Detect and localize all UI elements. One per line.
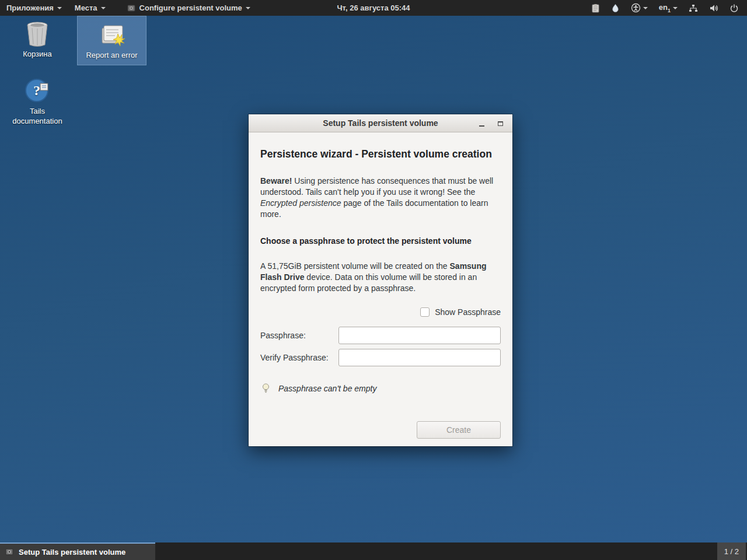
active-app-label: Configure persistent volume — [139, 4, 242, 12]
network-icon — [689, 4, 698, 13]
svg-text:?: ? — [33, 83, 40, 98]
maximize-button[interactable] — [495, 118, 505, 128]
verify-passphrase-label: Verify Passphrase: — [260, 353, 338, 362]
desktop-icon-report-error[interactable]: Report an error — [78, 16, 146, 65]
applications-menu[interactable]: Приложения — [0, 0, 68, 16]
choose-passphrase-heading: Choose a passphrase to protect the persi… — [260, 236, 501, 246]
applications-menu-label: Приложения — [6, 4, 54, 12]
verify-passphrase-row: Verify Passphrase: — [260, 349, 501, 366]
keyboard-layout-menu[interactable]: en1 — [655, 0, 681, 16]
active-app-menu[interactable]: Configure persistent volume — [120, 0, 257, 16]
taskbar-window-label: Setup Tails persistent volume — [19, 548, 125, 556]
desktop-icon-label: Tails documentation — [7, 106, 68, 126]
volume-paragraph: A 51,75GiB persistent volume will be cre… — [260, 261, 495, 294]
desktop-icon-trash[interactable]: Корзина — [8, 19, 67, 59]
minimize-icon — [479, 125, 484, 127]
chevron-down-icon — [246, 7, 250, 9]
verify-passphrase-input[interactable] — [338, 349, 501, 366]
chevron-down-icon — [57, 7, 62, 9]
wizard-heading: Persistence wizard - Persistent volume c… — [260, 148, 501, 160]
maximize-icon — [498, 121, 503, 126]
chevron-down-icon — [673, 7, 678, 9]
chevron-down-icon — [101, 7, 106, 9]
dialog-titlebar[interactable]: Setup Tails persistent volume — [249, 114, 512, 132]
lightbulb-icon — [262, 383, 270, 394]
beware-bold: Beware! — [260, 176, 292, 186]
beware-text: Using persistence has consequences that … — [260, 176, 493, 197]
beware-paragraph: Beware! Using persistence has consequenc… — [260, 176, 495, 220]
system-tray: en1 — [588, 0, 747, 16]
taskbar-window-button[interactable]: Setup Tails persistent volume — [0, 542, 155, 560]
tails-documentation-icon: ? — [24, 76, 51, 106]
clipboard-applet[interactable] — [588, 0, 603, 16]
clock[interactable]: Чт, 26 августа 05:44 — [337, 4, 410, 12]
minimize-button[interactable] — [476, 118, 487, 128]
passphrase-row: Passphrase: — [260, 327, 501, 344]
passphrase-input[interactable] — [338, 327, 501, 344]
show-passphrase-row: Show Passphrase — [260, 307, 501, 317]
places-menu-label: Места — [75, 4, 97, 12]
taskbar: Setup Tails persistent volume 1 / 2 — [0, 542, 747, 560]
power-menu[interactable] — [726, 0, 742, 16]
window-icon — [5, 547, 14, 556]
volume-menu[interactable] — [706, 0, 722, 16]
clipboard-icon — [591, 4, 600, 13]
encrypted-persistence-link: Encrypted persistence — [260, 198, 341, 208]
accessibility-icon — [631, 3, 641, 13]
app-window-icon — [127, 4, 136, 13]
create-button[interactable]: Create — [417, 421, 501, 439]
desktop-icon-label: Report an error — [86, 50, 137, 60]
chevron-down-icon — [643, 7, 648, 9]
dialog-content: Persistence wizard - Persistent volume c… — [249, 132, 512, 446]
show-passphrase-checkbox[interactable] — [420, 307, 430, 317]
dialog-button-row: Create — [260, 421, 501, 446]
power-icon — [729, 4, 739, 13]
desktop-icon-label: Корзина — [23, 49, 52, 59]
onion-icon — [611, 4, 620, 13]
desktop-icon-tails-documentation[interactable]: ? Tails documentation — [7, 76, 68, 126]
tor-status-applet[interactable] — [608, 0, 623, 16]
dialog-title: Setup Tails persistent volume — [323, 118, 438, 128]
volume-icon — [709, 4, 718, 13]
keyboard-layout-label: en1 — [659, 3, 671, 13]
passphrase-label: Passphrase: — [260, 331, 338, 340]
report-error-icon — [99, 20, 125, 50]
show-passphrase-label: Show Passphrase — [435, 307, 501, 317]
passphrase-hint: Passphrase can't be empty — [278, 384, 376, 393]
workspace-switcher[interactable]: 1 / 2 — [717, 542, 746, 560]
trash-icon — [25, 19, 50, 49]
accessibility-menu[interactable] — [627, 0, 651, 16]
hint-row: Passphrase can't be empty — [260, 383, 501, 394]
network-menu[interactable] — [685, 0, 701, 16]
volume-text: A 51,75GiB persistent volume will be cre… — [260, 261, 450, 271]
places-menu[interactable]: Места — [68, 0, 112, 16]
setup-persistent-volume-dialog: Setup Tails persistent volume Persistenc… — [249, 114, 512, 446]
top-panel: Приложения Места Configure persistent vo… — [0, 0, 747, 16]
